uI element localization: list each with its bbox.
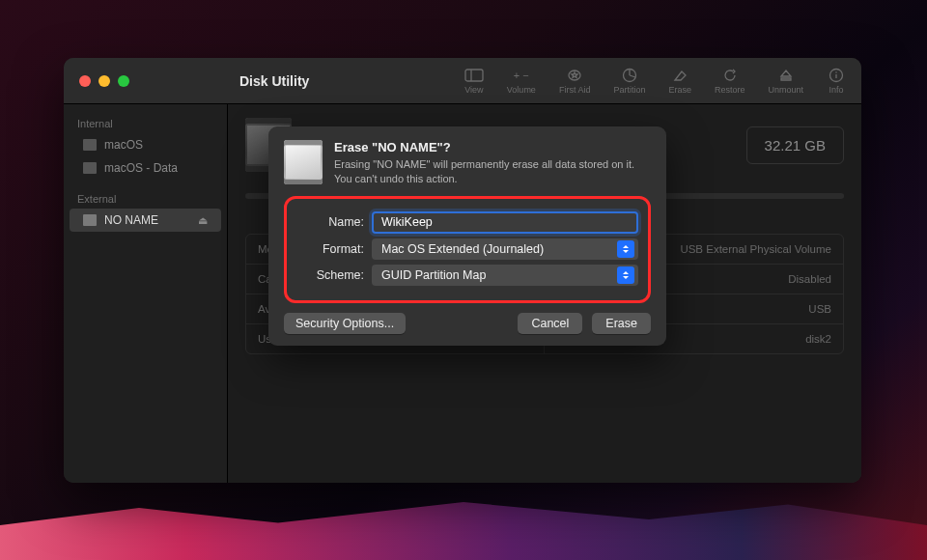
toolbar-label: Restore xyxy=(715,85,745,95)
sidebar-header-internal: Internal xyxy=(64,112,227,133)
dialog-disk-icon xyxy=(284,140,323,184)
svg-text:+ −: + − xyxy=(514,69,529,80)
toolbar-partition[interactable]: Partition xyxy=(613,68,645,95)
toolbar-volume[interactable]: + − Volume xyxy=(507,68,536,95)
dialog-button-row: Security Options... Cancel Erase xyxy=(284,313,651,334)
sidebar-item-label: macOS xyxy=(104,138,143,152)
updown-arrows-icon xyxy=(617,240,634,258)
cancel-button[interactable]: Cancel xyxy=(518,313,582,334)
toolbar-label: Erase xyxy=(668,85,691,95)
zoom-window-button[interactable] xyxy=(118,75,129,87)
sidebar-item-label: macOS - Data xyxy=(104,161,178,175)
format-label: Format: xyxy=(296,242,364,256)
sidebar-header-external: External xyxy=(64,187,227,209)
security-options-button[interactable]: Security Options... xyxy=(284,313,406,334)
info-icon xyxy=(827,68,846,83)
dialog-form-highlight: Name: Format: Mac OS Extended (Journaled… xyxy=(284,196,651,303)
scheme-label: Scheme: xyxy=(296,268,364,282)
toolbar-restore[interactable]: Restore xyxy=(715,68,745,95)
toolbar-firstaid[interactable]: First Aid xyxy=(559,68,591,95)
svg-point-5 xyxy=(835,71,837,73)
svg-rect-0 xyxy=(465,70,483,81)
eject-icon xyxy=(776,68,796,83)
sidebar-item-macos-data[interactable]: macOS - Data xyxy=(70,156,221,180)
volume-icon: + − xyxy=(512,68,531,83)
toolbar-view[interactable]: View xyxy=(464,68,484,95)
eject-icon[interactable]: ⏏ xyxy=(198,214,208,227)
toolbar-label: Unmount xyxy=(768,85,803,95)
sidebar-item-no-name[interactable]: NO NAME ⏏ xyxy=(70,209,221,232)
sidebar: Internal macOS macOS - Data External NO … xyxy=(64,104,228,483)
name-input[interactable] xyxy=(372,211,638,234)
name-label: Name: xyxy=(296,215,364,229)
dialog-description: Erasing "NO NAME" will permanently erase… xyxy=(334,157,651,186)
dialog-header: Erase "NO NAME"? Erasing "NO NAME" will … xyxy=(284,140,651,186)
format-select-value: Mac OS Extended (Journaled) xyxy=(381,242,544,256)
erase-icon xyxy=(670,68,689,83)
erase-dialog: Erase "NO NAME"? Erasing "NO NAME" will … xyxy=(268,126,666,346)
toolbar-label: Info xyxy=(829,85,843,95)
toolbar-label: View xyxy=(464,85,483,95)
close-window-button[interactable] xyxy=(79,75,91,87)
form-row-name: Name: xyxy=(296,211,638,234)
app-title: Disk Utility xyxy=(228,73,309,89)
toolbar: View + − Volume First Aid Partition Eras… xyxy=(464,68,861,95)
partition-icon xyxy=(620,68,639,83)
updown-arrows-icon xyxy=(617,266,634,284)
minimize-window-button[interactable] xyxy=(98,75,110,87)
scheme-select-value: GUID Partition Map xyxy=(381,268,486,282)
scheme-select[interactable]: GUID Partition Map xyxy=(372,265,638,286)
toolbar-label: Volume xyxy=(507,85,536,95)
format-select[interactable]: Mac OS Extended (Journaled) xyxy=(372,238,638,260)
form-row-format: Format: Mac OS Extended (Journaled) xyxy=(296,238,638,260)
firstaid-icon xyxy=(565,68,584,83)
toolbar-info[interactable]: Info xyxy=(827,68,846,95)
window-controls xyxy=(64,75,228,87)
toolbar-erase[interactable]: Erase xyxy=(668,68,691,95)
disk-icon xyxy=(83,214,97,226)
erase-button[interactable]: Erase xyxy=(592,313,651,334)
sidebar-item-label: NO NAME xyxy=(104,213,158,227)
toolbar-unmount[interactable]: Unmount xyxy=(768,68,803,95)
toolbar-label: First Aid xyxy=(559,85,591,95)
disk-icon xyxy=(83,139,97,151)
disk-icon xyxy=(83,162,97,174)
restore-icon xyxy=(720,68,740,83)
titlebar: Disk Utility View + − Volume First Aid P… xyxy=(64,58,861,104)
form-row-scheme: Scheme: GUID Partition Map xyxy=(296,265,638,286)
sidebar-icon xyxy=(464,68,484,83)
dialog-title: Erase "NO NAME"? xyxy=(334,140,651,154)
dialog-text-block: Erase "NO NAME"? Erasing "NO NAME" will … xyxy=(334,140,651,186)
sidebar-item-macos[interactable]: macOS xyxy=(70,133,221,156)
toolbar-label: Partition xyxy=(613,85,645,95)
